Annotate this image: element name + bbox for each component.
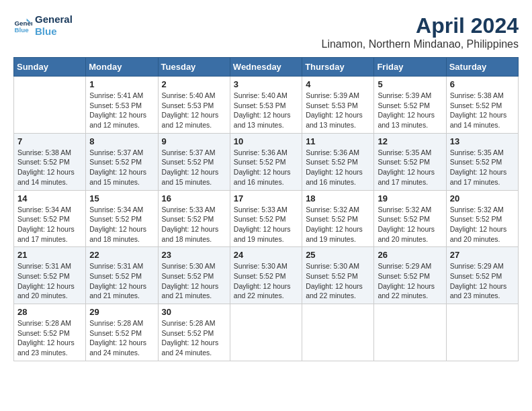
calendar-cell: 20Sunrise: 5:32 AM Sunset: 5:52 PM Dayli… [446, 190, 518, 247]
calendar-cell: 18Sunrise: 5:32 AM Sunset: 5:52 PM Dayli… [302, 190, 374, 247]
page-header: General Blue General Blue April 2024 Lin… [13, 13, 519, 50]
day-info: Sunrise: 5:33 AM Sunset: 5:52 PM Dayligh… [162, 205, 226, 244]
calendar-cell: 11Sunrise: 5:36 AM Sunset: 5:52 PM Dayli… [302, 133, 374, 190]
calendar-cell: 6Sunrise: 5:38 AM Sunset: 5:52 PM Daylig… [446, 77, 518, 134]
day-number: 8 [89, 136, 154, 146]
day-info: Sunrise: 5:40 AM Sunset: 5:53 PM Dayligh… [234, 91, 298, 130]
calendar-cell: 3Sunrise: 5:40 AM Sunset: 5:53 PM Daylig… [230, 77, 302, 134]
calendar-cell: 8Sunrise: 5:37 AM Sunset: 5:52 PM Daylig… [86, 133, 158, 190]
calendar-cell: 4Sunrise: 5:39 AM Sunset: 5:53 PM Daylig… [302, 77, 374, 134]
day-info: Sunrise: 5:39 AM Sunset: 5:53 PM Dayligh… [306, 91, 370, 130]
day-info: Sunrise: 5:28 AM Sunset: 5:52 PM Dayligh… [162, 318, 226, 358]
weekday-header-sunday: Sunday [14, 58, 86, 77]
day-info: Sunrise: 5:28 AM Sunset: 5:52 PM Dayligh… [89, 318, 154, 358]
day-number: 30 [162, 307, 226, 317]
logo-blue: Blue [35, 26, 73, 38]
day-info: Sunrise: 5:29 AM Sunset: 5:52 PM Dayligh… [378, 261, 442, 301]
day-info: Sunrise: 5:39 AM Sunset: 5:52 PM Dayligh… [378, 91, 442, 130]
day-number: 11 [306, 136, 370, 146]
day-number: 23 [162, 250, 226, 260]
calendar-cell [302, 304, 374, 361]
day-info: Sunrise: 5:40 AM Sunset: 5:53 PM Dayligh… [162, 91, 226, 130]
month-title: April 2024 [321, 13, 519, 38]
day-number: 1 [89, 79, 154, 89]
day-info: Sunrise: 5:35 AM Sunset: 5:52 PM Dayligh… [450, 148, 515, 187]
day-info: Sunrise: 5:38 AM Sunset: 5:52 PM Dayligh… [450, 91, 515, 130]
day-number: 3 [234, 79, 298, 89]
day-info: Sunrise: 5:30 AM Sunset: 5:52 PM Dayligh… [234, 261, 298, 301]
calendar-body: 1Sunrise: 5:41 AM Sunset: 5:53 PM Daylig… [14, 77, 519, 361]
calendar-week-1: 1Sunrise: 5:41 AM Sunset: 5:53 PM Daylig… [14, 77, 519, 134]
day-info: Sunrise: 5:34 AM Sunset: 5:52 PM Dayligh… [17, 205, 82, 244]
calendar-table: SundayMondayTuesdayWednesdayThursdayFrid… [13, 57, 519, 361]
day-info: Sunrise: 5:37 AM Sunset: 5:52 PM Dayligh… [89, 148, 154, 187]
calendar-cell: 16Sunrise: 5:33 AM Sunset: 5:52 PM Dayli… [158, 190, 230, 247]
day-number: 14 [17, 193, 82, 203]
day-number: 9 [162, 136, 226, 146]
day-number: 28 [17, 307, 82, 317]
weekday-header-saturday: Saturday [446, 58, 518, 77]
day-info: Sunrise: 5:37 AM Sunset: 5:52 PM Dayligh… [162, 148, 226, 187]
day-number: 17 [234, 193, 298, 203]
day-info: Sunrise: 5:30 AM Sunset: 5:52 PM Dayligh… [162, 261, 226, 301]
day-info: Sunrise: 5:29 AM Sunset: 5:52 PM Dayligh… [450, 261, 515, 301]
calendar-cell: 1Sunrise: 5:41 AM Sunset: 5:53 PM Daylig… [86, 77, 158, 134]
day-info: Sunrise: 5:30 AM Sunset: 5:52 PM Dayligh… [306, 261, 370, 301]
calendar-cell [14, 77, 86, 134]
calendar-cell [446, 304, 518, 361]
day-number: 10 [234, 136, 298, 146]
calendar-week-2: 7Sunrise: 5:38 AM Sunset: 5:52 PM Daylig… [14, 133, 519, 190]
day-number: 2 [162, 79, 226, 89]
day-number: 22 [89, 250, 154, 260]
day-info: Sunrise: 5:32 AM Sunset: 5:52 PM Dayligh… [450, 205, 515, 244]
calendar-cell: 23Sunrise: 5:30 AM Sunset: 5:52 PM Dayli… [158, 247, 230, 304]
day-info: Sunrise: 5:32 AM Sunset: 5:52 PM Dayligh… [306, 205, 370, 244]
day-info: Sunrise: 5:41 AM Sunset: 5:53 PM Dayligh… [89, 91, 154, 130]
calendar-cell: 13Sunrise: 5:35 AM Sunset: 5:52 PM Dayli… [446, 133, 518, 190]
weekday-header-thursday: Thursday [302, 58, 374, 77]
calendar-cell: 15Sunrise: 5:34 AM Sunset: 5:52 PM Dayli… [86, 190, 158, 247]
weekday-header-tuesday: Tuesday [158, 58, 230, 77]
calendar-cell: 7Sunrise: 5:38 AM Sunset: 5:52 PM Daylig… [14, 133, 86, 190]
day-info: Sunrise: 5:35 AM Sunset: 5:52 PM Dayligh… [378, 148, 442, 187]
calendar-cell: 10Sunrise: 5:36 AM Sunset: 5:52 PM Dayli… [230, 133, 302, 190]
day-number: 15 [89, 193, 154, 203]
day-number: 20 [450, 193, 515, 203]
calendar-cell [374, 304, 446, 361]
day-number: 16 [162, 193, 226, 203]
calendar-week-3: 14Sunrise: 5:34 AM Sunset: 5:52 PM Dayli… [14, 190, 519, 247]
day-info: Sunrise: 5:34 AM Sunset: 5:52 PM Dayligh… [89, 205, 154, 244]
calendar-cell: 5Sunrise: 5:39 AM Sunset: 5:52 PM Daylig… [374, 77, 446, 134]
day-info: Sunrise: 5:33 AM Sunset: 5:52 PM Dayligh… [234, 205, 298, 244]
calendar-cell: 21Sunrise: 5:31 AM Sunset: 5:52 PM Dayli… [14, 247, 86, 304]
weekday-header-monday: Monday [86, 58, 158, 77]
day-number: 5 [378, 79, 442, 89]
calendar-cell: 25Sunrise: 5:30 AM Sunset: 5:52 PM Dayli… [302, 247, 374, 304]
title-block: April 2024 Linamon, Northern Mindanao, P… [321, 13, 519, 50]
day-info: Sunrise: 5:38 AM Sunset: 5:52 PM Dayligh… [17, 148, 82, 187]
calendar-cell: 30Sunrise: 5:28 AM Sunset: 5:52 PM Dayli… [158, 304, 230, 361]
svg-text:Blue: Blue [14, 26, 29, 34]
calendar-cell: 2Sunrise: 5:40 AM Sunset: 5:53 PM Daylig… [158, 77, 230, 134]
day-info: Sunrise: 5:31 AM Sunset: 5:52 PM Dayligh… [17, 261, 82, 301]
calendar-cell: 29Sunrise: 5:28 AM Sunset: 5:52 PM Dayli… [86, 304, 158, 361]
day-number: 7 [17, 136, 82, 146]
day-info: Sunrise: 5:32 AM Sunset: 5:52 PM Dayligh… [378, 205, 442, 244]
calendar-header-row: SundayMondayTuesdayWednesdayThursdayFrid… [14, 58, 519, 77]
day-number: 13 [450, 136, 515, 146]
calendar-cell [230, 304, 302, 361]
day-info: Sunrise: 5:28 AM Sunset: 5:52 PM Dayligh… [17, 318, 82, 358]
weekday-header-wednesday: Wednesday [230, 58, 302, 77]
calendar-cell: 26Sunrise: 5:29 AM Sunset: 5:52 PM Dayli… [374, 247, 446, 304]
day-number: 26 [378, 250, 442, 260]
logo-icon: General Blue [13, 16, 32, 35]
day-info: Sunrise: 5:36 AM Sunset: 5:52 PM Dayligh… [306, 148, 370, 187]
calendar-cell: 28Sunrise: 5:28 AM Sunset: 5:52 PM Dayli… [14, 304, 86, 361]
day-number: 27 [450, 250, 515, 260]
day-info: Sunrise: 5:31 AM Sunset: 5:52 PM Dayligh… [89, 261, 154, 301]
day-number: 24 [234, 250, 298, 260]
logo: General Blue General Blue [13, 13, 73, 38]
calendar-cell: 19Sunrise: 5:32 AM Sunset: 5:52 PM Dayli… [374, 190, 446, 247]
day-number: 12 [378, 136, 442, 146]
calendar-cell: 22Sunrise: 5:31 AM Sunset: 5:52 PM Dayli… [86, 247, 158, 304]
